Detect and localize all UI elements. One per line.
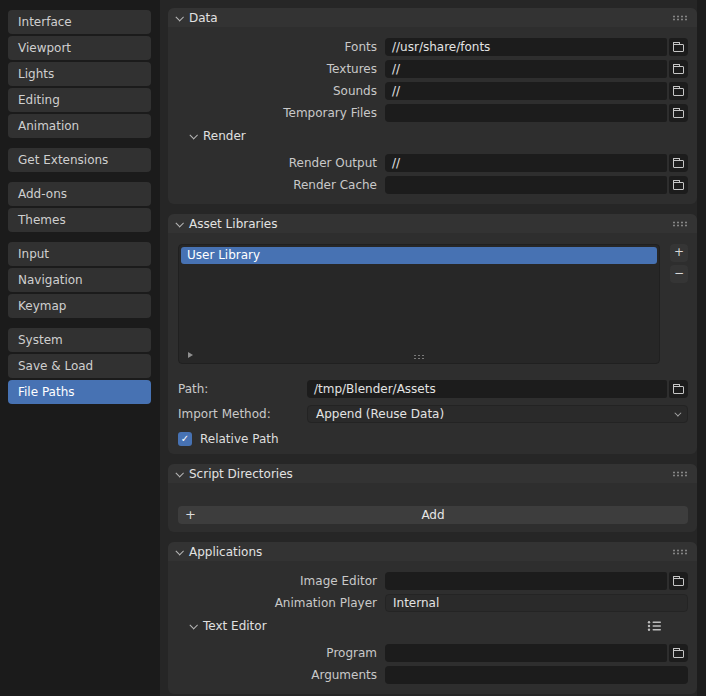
- subpanel-header-text-editor[interactable]: Text Editor: [190, 618, 688, 634]
- subpanel-header-render[interactable]: Render: [190, 128, 688, 144]
- asset-libraries-body: User Library + −: [178, 244, 688, 364]
- panel-grip-icon[interactable]: [672, 221, 688, 227]
- animation-player-select[interactable]: Internal: [385, 594, 688, 612]
- plus-icon: +: [185, 506, 196, 524]
- path-input[interactable]: /tmp/Blender/Assets: [307, 380, 667, 398]
- image-editor-input[interactable]: [385, 572, 667, 590]
- panel-data: Data Fonts //usr/share/fonts Textures //…: [168, 8, 697, 204]
- panel-title: Applications: [189, 545, 262, 559]
- list-item-user-library[interactable]: User Library: [181, 247, 657, 264]
- list-resize-grip-icon[interactable]: [413, 354, 425, 359]
- field-label: Render Cache: [178, 178, 377, 192]
- sounds-input[interactable]: //: [385, 82, 667, 100]
- subpanel-title: Text Editor: [203, 619, 267, 633]
- render-cache-row: Render Cache: [178, 176, 688, 194]
- temporary-files-input[interactable]: [385, 104, 667, 122]
- folder-icon: [673, 160, 684, 168]
- panel-title: Data: [189, 11, 218, 25]
- sidebar-item-get-extensions[interactable]: Get Extensions: [8, 148, 151, 172]
- chevron-down-icon: [175, 13, 183, 21]
- field-label: Temporary Files: [178, 106, 377, 120]
- sidebar-group: Interface Viewport Lights Editing Animat…: [8, 10, 151, 138]
- sidebar-item-navigation[interactable]: Navigation: [8, 268, 151, 292]
- field-label: Animation Player: [178, 596, 377, 610]
- textures-row: Textures //: [178, 60, 688, 78]
- checkmark-icon: ✓: [181, 434, 189, 444]
- panel-grip-icon[interactable]: [672, 549, 688, 555]
- import-method-value: Append (Reuse Data): [316, 407, 444, 421]
- panel-title: Asset Libraries: [189, 217, 277, 231]
- checkbox-label: Relative Path: [200, 432, 279, 446]
- sidebar-item-interface[interactable]: Interface: [8, 10, 151, 34]
- field-label: Arguments: [178, 668, 377, 682]
- folder-icon: [673, 578, 684, 586]
- chevron-down-icon: [674, 409, 681, 416]
- preferences-sidebar: Interface Viewport Lights Editing Animat…: [8, 10, 151, 414]
- sidebar-group: Input Navigation Keymap: [8, 242, 151, 318]
- sidebar-item-animation[interactable]: Animation: [8, 114, 151, 138]
- panel-header-asset-libraries[interactable]: Asset Libraries: [168, 214, 697, 233]
- panel-header-data[interactable]: Data: [168, 8, 697, 27]
- sounds-folder-button[interactable]: [669, 82, 688, 100]
- panel-body: + Add: [168, 483, 697, 524]
- temporary-files-folder-button[interactable]: [669, 104, 688, 122]
- textures-input[interactable]: //: [385, 60, 667, 78]
- list-buttons: + −: [670, 244, 688, 364]
- chevron-down-icon: [175, 469, 183, 477]
- panel-script-directories: Script Directories + Add: [168, 464, 697, 532]
- path-folder-button[interactable]: [669, 380, 688, 398]
- panel-header-script-directories[interactable]: Script Directories: [168, 464, 697, 483]
- panel-grip-icon[interactable]: [672, 471, 688, 477]
- sidebar-item-viewport[interactable]: Viewport: [8, 36, 151, 60]
- folder-icon: [673, 44, 684, 52]
- render-output-input[interactable]: //: [385, 154, 667, 172]
- panel-asset-libraries: Asset Libraries User Library + − Path: /…: [168, 214, 697, 454]
- sounds-row: Sounds //: [178, 82, 688, 100]
- fonts-input[interactable]: //usr/share/fonts: [385, 38, 667, 56]
- program-input[interactable]: [385, 644, 667, 662]
- add-script-directory-button[interactable]: + Add: [178, 506, 688, 524]
- chevron-down-icon: [189, 131, 197, 139]
- sidebar-item-lights[interactable]: Lights: [8, 62, 151, 86]
- import-method-select[interactable]: Append (Reuse Data): [307, 405, 688, 423]
- chevron-down-icon: [175, 547, 183, 555]
- path-row: Path: /tmp/Blender/Assets: [178, 380, 688, 398]
- sidebar-item-keymap[interactable]: Keymap: [8, 294, 151, 318]
- remove-library-button[interactable]: −: [670, 265, 688, 283]
- panel-header-applications[interactable]: Applications: [168, 542, 697, 561]
- field-label: Textures: [178, 62, 377, 76]
- field-label: Path:: [178, 382, 307, 396]
- sidebar-item-system[interactable]: System: [8, 328, 151, 352]
- sidebar-item-input[interactable]: Input: [8, 242, 151, 266]
- field-label: Image Editor: [178, 574, 377, 588]
- sidebar-item-addons[interactable]: Add-ons: [8, 182, 151, 206]
- arguments-input[interactable]: [385, 666, 688, 684]
- relative-path-checkbox[interactable]: ✓: [178, 432, 192, 446]
- render-cache-input[interactable]: [385, 176, 667, 194]
- field-label: Render Output: [178, 156, 377, 170]
- render-output-folder-button[interactable]: [669, 154, 688, 172]
- panel-body: Fonts //usr/share/fonts Textures // Soun…: [168, 27, 697, 194]
- panel-grip-icon[interactable]: [672, 15, 688, 21]
- program-row: Program: [178, 644, 688, 662]
- sidebar-item-save-load[interactable]: Save & Load: [8, 354, 151, 378]
- sidebar-group: Get Extensions: [8, 148, 151, 172]
- asset-libraries-list[interactable]: User Library: [178, 244, 660, 364]
- folder-icon: [673, 88, 684, 96]
- relative-path-row: ✓ Relative Path: [178, 432, 688, 446]
- scrollbar-gutter[interactable]: [697, 0, 706, 696]
- fonts-folder-button[interactable]: [669, 38, 688, 56]
- sidebar-item-themes[interactable]: Themes: [8, 208, 151, 232]
- preferences-main: Data Fonts //usr/share/fonts Textures //…: [160, 0, 706, 696]
- program-folder-button[interactable]: [669, 644, 688, 662]
- sidebar-item-editing[interactable]: Editing: [8, 88, 151, 112]
- textures-folder-button[interactable]: [669, 60, 688, 78]
- add-library-button[interactable]: +: [670, 244, 688, 262]
- render-cache-folder-button[interactable]: [669, 176, 688, 194]
- sidebar-item-file-paths[interactable]: File Paths: [8, 380, 151, 404]
- image-editor-folder-button[interactable]: [669, 572, 688, 590]
- presets-icon[interactable]: [647, 620, 662, 632]
- panel-title: Script Directories: [189, 467, 293, 481]
- image-editor-row: Image Editor: [178, 572, 688, 590]
- expand-triangle-icon[interactable]: [188, 352, 193, 358]
